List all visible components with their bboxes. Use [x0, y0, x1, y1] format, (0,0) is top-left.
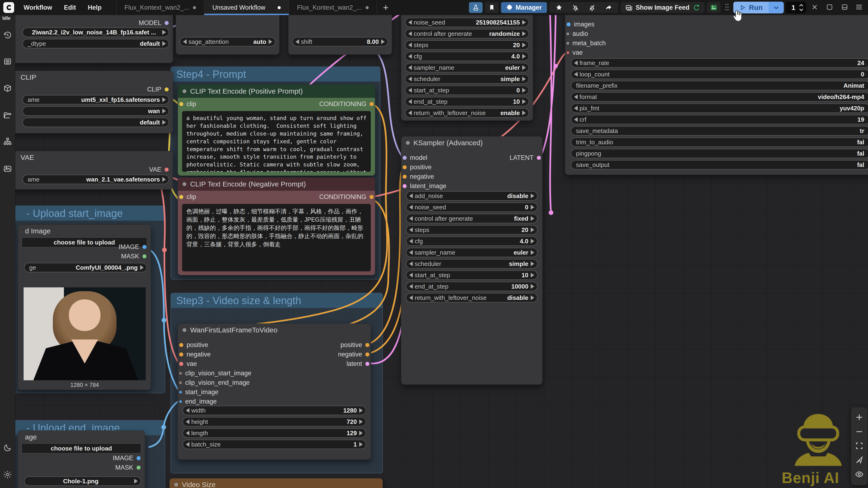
decrement-arrow-icon[interactable]: [408, 20, 412, 25]
new-tab-button[interactable]: +: [377, 0, 395, 15]
increment-arrow-icon[interactable]: [359, 408, 363, 413]
zoom-out-button[interactable]: [855, 427, 864, 437]
decrement-arrow-icon[interactable]: [409, 284, 413, 289]
input-port-clip_vision_start_image[interactable]: clip_vision_start_image: [179, 368, 251, 378]
star-button[interactable]: [551, 4, 567, 11]
node-title-bar[interactable]: Video Size: [169, 478, 382, 488]
input-port-negative[interactable]: negative: [403, 172, 446, 181]
gallery-button[interactable]: [707, 2, 720, 13]
prompt-text-input[interactable]: a beautiful young woman, stand up turn a…: [182, 111, 371, 172]
widget-control_after_generate[interactable]: control after generatefixed: [406, 214, 537, 223]
decrement-arrow-icon[interactable]: [409, 228, 413, 232]
batch-count-stepper[interactable]: 1: [786, 2, 806, 13]
increment-arrow-icon[interactable]: [269, 39, 272, 44]
node-video-combine[interactable]: File imagesaudiometa_batchvae frame_rate…: [565, 15, 868, 175]
input-port-clip_vision_end_image[interactable]: clip_vision_end_image: [179, 378, 251, 387]
decrement-arrow-icon[interactable]: [408, 99, 412, 104]
widget-height[interactable]: height720: [183, 417, 366, 426]
decrement-arrow-icon[interactable]: [408, 65, 412, 70]
input-port-negative[interactable]: negative: [179, 350, 251, 359]
menu-edit[interactable]: Edit: [64, 4, 84, 11]
group-step4-header[interactable]: Step4 - Prompt: [171, 67, 380, 82]
increment-arrow-icon[interactable]: [359, 431, 363, 435]
widget-value[interactable]: Chole-1.png: [24, 477, 141, 486]
node-title-bar[interactable]: KSampler (Advanced): [401, 136, 542, 149]
widget-return_with_leftover_noise[interactable]: return_with_leftover_noiseenable: [405, 108, 529, 118]
theme-flask-button[interactable]: [469, 2, 483, 13]
node-ksampler-advanced-1[interactable]: noise_seed2519082541155control after gen…: [401, 15, 533, 121]
widget-batch_size[interactable]: batch_size1: [183, 440, 366, 449]
widget-shift[interactable]: shift8.00: [292, 37, 388, 46]
gallery-images-icon[interactable]: [3, 164, 12, 174]
decrement-arrow-icon[interactable]: [186, 442, 189, 447]
node-model-sampling-shift[interactable]: shift8.00: [288, 15, 392, 55]
queue-icon[interactable]: [3, 57, 12, 67]
output-port-clip[interactable]: CLIP: [147, 85, 168, 94]
output-port-model[interactable]: MODEL: [139, 18, 168, 28]
output-port-latent[interactable]: latent: [338, 359, 369, 368]
widget-ame[interactable]: ameumt5_xxl_fp16.safetensors: [22, 95, 169, 104]
widget-sampler_name[interactable]: sampler_nameeuler: [406, 248, 537, 257]
group-step3-header[interactable]: Step3 - Video size & length: [171, 293, 382, 308]
show-image-feed-button[interactable]: Show Image Feed: [621, 2, 705, 13]
decrement-arrow-icon[interactable]: [408, 43, 412, 47]
node-load-image-start[interactable]: d Image IMAGEMASK geComfyUI_00004_.png c…: [18, 224, 151, 390]
settings-gear-icon[interactable]: [3, 470, 12, 480]
models-box-icon[interactable]: [3, 84, 12, 94]
widget-save_metadata[interactable]: save_metadatatr: [571, 126, 868, 135]
node-model-loader[interactable]: MODEL 2\wan2.2_i2v_low_noise_14B_fp16.sa…: [15, 15, 173, 63]
hamburger-menu-button[interactable]: [854, 3, 865, 12]
increment-arrow-icon[interactable]: [531, 205, 534, 209]
panel-toggle-button[interactable]: [823, 3, 836, 11]
decrement-arrow-icon[interactable]: [186, 419, 189, 424]
increment-arrow-icon[interactable]: [359, 442, 363, 447]
decrement-arrow-icon[interactable]: [408, 54, 412, 59]
decrement-arrow-icon[interactable]: [409, 205, 413, 209]
widget-trim_to_audio[interactable]: trim_to_audiofal: [571, 137, 868, 147]
output-port-image[interactable]: IMAGE: [113, 453, 141, 463]
input-port-end_image[interactable]: end_image: [179, 397, 251, 406]
increment-arrow-icon[interactable]: [134, 479, 138, 484]
input-port-vae[interactable]: vae: [179, 359, 251, 368]
input-port-start_image[interactable]: start_image: [179, 387, 251, 397]
decrement-arrow-icon[interactable]: [574, 95, 578, 99]
split-panel-button[interactable]: [838, 3, 851, 11]
widget-cfg[interactable]: cfg4.0: [405, 52, 529, 61]
widget-add_noise[interactable]: add_noisedisable: [406, 191, 537, 201]
interrupt-button[interactable]: [809, 4, 821, 11]
increment-arrow-icon[interactable]: [531, 284, 534, 289]
widget-value[interactable]: 2\wan2.2_i2v_low_noise_14B_fp16.safet ..…: [22, 28, 169, 37]
increment-arrow-icon[interactable]: [162, 97, 166, 102]
increment-arrow-icon[interactable]: [381, 39, 385, 44]
output-port-negative[interactable]: negative: [338, 350, 369, 359]
increment-arrow-icon[interactable]: [522, 110, 526, 115]
bookmark-button[interactable]: [485, 2, 499, 13]
mute-bell-2-button[interactable]: [584, 4, 600, 11]
input-port-clip[interactable]: clip: [179, 99, 196, 109]
input-port-clip[interactable]: clip: [179, 192, 196, 201]
decrement-arrow-icon[interactable]: [408, 88, 412, 93]
node-library-icon[interactable]: [3, 137, 12, 147]
node-title-bar[interactable]: CLIP Text Encode (Positive Prompt): [178, 85, 375, 98]
increment-arrow-icon[interactable]: [162, 177, 166, 182]
decrement-arrow-icon[interactable]: [296, 39, 299, 44]
widget-start_at_step[interactable]: start_at_step10: [406, 270, 537, 280]
widget-pingpong[interactable]: pingpongfal: [571, 149, 868, 158]
increment-arrow-icon[interactable]: [531, 273, 534, 278]
node-title-bar[interactable]: WanFirstLastFrameToVideo: [178, 324, 371, 336]
increment-arrow-icon[interactable]: [522, 99, 526, 104]
increment-arrow-icon[interactable]: [531, 261, 534, 266]
increment-arrow-icon[interactable]: [522, 31, 526, 36]
decrement-arrow-icon[interactable]: [186, 431, 189, 435]
decrement-arrow-icon[interactable]: [574, 61, 578, 65]
widget-end_at_step[interactable]: end_at_step10: [405, 97, 529, 106]
input-port-latent_image[interactable]: latent_image: [403, 181, 446, 191]
increment-arrow-icon[interactable]: [531, 250, 534, 255]
decrement-arrow-icon[interactable]: [409, 261, 413, 266]
increment-arrow-icon[interactable]: [162, 41, 166, 46]
output-port-latent[interactable]: LATENT: [509, 153, 541, 162]
decrement-arrow-icon[interactable]: [408, 31, 412, 36]
group-upload-start-header[interactable]: - Upload start_image: [15, 206, 165, 221]
decrement-arrow-icon[interactable]: [574, 72, 578, 76]
decrement-arrow-icon[interactable]: [574, 117, 578, 122]
